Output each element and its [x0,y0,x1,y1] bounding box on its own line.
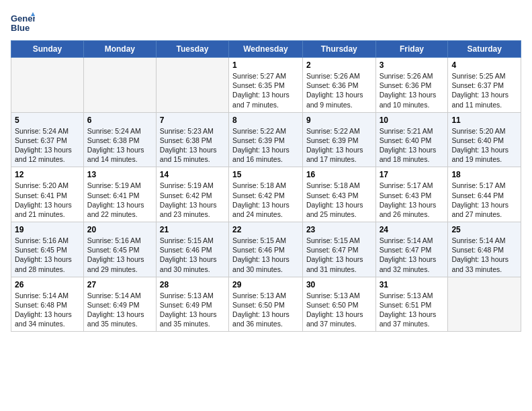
calendar-cell: 21Sunrise: 5:15 AM Sunset: 6:46 PM Dayli… [156,222,228,277]
day-info: Sunrise: 5:20 AM Sunset: 6:40 PM Dayligh… [451,126,517,165]
calendar-week-1: 1Sunrise: 5:27 AM Sunset: 6:35 PM Daylig… [11,58,521,113]
calendar-cell: 6Sunrise: 5:24 AM Sunset: 6:38 PM Daylig… [83,112,156,167]
day-number: 8 [232,116,299,125]
calendar-cell: 24Sunrise: 5:14 AM Sunset: 6:47 PM Dayli… [375,222,448,277]
calendar-week-4: 19Sunrise: 5:16 AM Sunset: 6:45 PM Dayli… [11,222,521,277]
header-friday: Friday [375,41,448,58]
day-info: Sunrise: 5:26 AM Sunset: 6:36 PM Dayligh… [306,71,372,109]
calendar-cell: 25Sunrise: 5:14 AM Sunset: 6:48 PM Dayli… [448,222,521,277]
day-number: 13 [87,170,152,179]
day-info: Sunrise: 5:24 AM Sunset: 6:38 PM Dayligh… [87,126,152,165]
day-number: 17 [380,170,445,179]
day-info: Sunrise: 5:27 AM Sunset: 6:35 PM Dayligh… [232,71,299,109]
day-info: Sunrise: 5:16 AM Sunset: 6:45 PM Dayligh… [87,236,152,274]
calendar-cell: 13Sunrise: 5:19 AM Sunset: 6:41 PM Dayli… [83,167,156,222]
calendar-cell [156,58,228,113]
calendar-cell [448,277,521,332]
header-monday: Monday [83,41,156,58]
day-info: Sunrise: 5:16 AM Sunset: 6:45 PM Dayligh… [15,236,80,274]
day-number: 16 [306,170,372,179]
day-number: 5 [15,116,80,125]
header-tuesday: Tuesday [156,41,228,58]
day-info: Sunrise: 5:26 AM Sunset: 6:36 PM Dayligh… [380,71,445,109]
day-info: Sunrise: 5:17 AM Sunset: 6:43 PM Dayligh… [380,181,445,219]
header-sunday: Sunday [11,41,84,58]
calendar-cell [83,58,156,113]
day-info: Sunrise: 5:22 AM Sunset: 6:39 PM Dayligh… [306,126,372,165]
day-number: 10 [380,116,445,125]
calendar-cell: 5Sunrise: 5:24 AM Sunset: 6:37 PM Daylig… [11,112,84,167]
header-thursday: Thursday [302,41,375,58]
day-info: Sunrise: 5:15 AM Sunset: 6:47 PM Dayligh… [306,236,372,274]
day-number: 24 [380,225,445,234]
calendar-week-3: 12Sunrise: 5:20 AM Sunset: 6:41 PM Dayli… [11,167,521,222]
day-info: Sunrise: 5:15 AM Sunset: 6:46 PM Dayligh… [232,236,299,274]
calendar-week-5: 26Sunrise: 5:14 AM Sunset: 6:48 PM Dayli… [11,277,521,332]
calendar-cell: 16Sunrise: 5:18 AM Sunset: 6:43 PM Dayli… [302,167,375,222]
day-number: 6 [87,116,152,125]
day-info: Sunrise: 5:19 AM Sunset: 6:41 PM Dayligh… [87,181,152,219]
day-info: Sunrise: 5:24 AM Sunset: 6:37 PM Dayligh… [15,126,80,165]
calendar-cell: 27Sunrise: 5:14 AM Sunset: 6:49 PM Dayli… [83,277,156,332]
calendar-cell: 19Sunrise: 5:16 AM Sunset: 6:45 PM Dayli… [11,222,84,277]
calendar-cell: 30Sunrise: 5:13 AM Sunset: 6:50 PM Dayli… [302,277,375,332]
day-number: 23 [306,225,372,234]
calendar-cell: 1Sunrise: 5:27 AM Sunset: 6:35 PM Daylig… [229,58,303,113]
day-number: 22 [232,225,299,234]
calendar-cell: 10Sunrise: 5:21 AM Sunset: 6:40 PM Dayli… [375,112,448,167]
calendar-cell: 12Sunrise: 5:20 AM Sunset: 6:41 PM Dayli… [11,167,84,222]
svg-text:General: General [11,13,35,24]
calendar-cell: 17Sunrise: 5:17 AM Sunset: 6:43 PM Dayli… [375,167,448,222]
day-info: Sunrise: 5:18 AM Sunset: 6:43 PM Dayligh… [306,181,372,219]
calendar-cell: 18Sunrise: 5:17 AM Sunset: 6:44 PM Dayli… [448,167,521,222]
day-info: Sunrise: 5:13 AM Sunset: 6:50 PM Dayligh… [232,291,299,329]
calendar-cell: 3Sunrise: 5:26 AM Sunset: 6:36 PM Daylig… [375,58,448,113]
header-wednesday: Wednesday [229,41,303,58]
day-number: 12 [15,170,80,179]
day-number: 9 [306,116,372,125]
day-info: Sunrise: 5:25 AM Sunset: 6:37 PM Dayligh… [451,71,517,109]
svg-text:Blue: Blue [11,23,30,33]
day-number: 18 [451,170,517,179]
calendar-cell: 8Sunrise: 5:22 AM Sunset: 6:39 PM Daylig… [229,112,303,167]
day-number: 21 [160,225,225,234]
calendar-cell: 26Sunrise: 5:14 AM Sunset: 6:48 PM Dayli… [11,277,84,332]
day-number: 4 [451,60,517,70]
day-number: 19 [15,225,80,234]
day-number: 26 [15,280,80,289]
day-number: 28 [160,280,225,289]
day-info: Sunrise: 5:15 AM Sunset: 6:46 PM Dayligh… [160,236,225,274]
day-number: 7 [160,116,225,125]
calendar-cell: 9Sunrise: 5:22 AM Sunset: 6:39 PM Daylig… [302,112,375,167]
logo: General Blue [11,11,38,35]
day-info: Sunrise: 5:13 AM Sunset: 6:51 PM Dayligh… [380,291,445,329]
day-info: Sunrise: 5:13 AM Sunset: 6:49 PM Dayligh… [160,291,225,329]
calendar-cell: 28Sunrise: 5:13 AM Sunset: 6:49 PM Dayli… [156,277,228,332]
day-number: 30 [306,280,372,289]
day-info: Sunrise: 5:23 AM Sunset: 6:38 PM Dayligh… [160,126,225,165]
calendar-cell: 11Sunrise: 5:20 AM Sunset: 6:40 PM Dayli… [448,112,521,167]
day-number: 1 [232,60,299,70]
day-number: 3 [380,60,445,70]
day-info: Sunrise: 5:19 AM Sunset: 6:42 PM Dayligh… [160,181,225,219]
day-info: Sunrise: 5:21 AM Sunset: 6:40 PM Dayligh… [380,126,445,165]
calendar-header-row: SundayMondayTuesdayWednesdayThursdayFrid… [11,41,521,58]
calendar-cell: 23Sunrise: 5:15 AM Sunset: 6:47 PM Dayli… [302,222,375,277]
day-info: Sunrise: 5:18 AM Sunset: 6:42 PM Dayligh… [232,181,299,219]
day-info: Sunrise: 5:14 AM Sunset: 6:48 PM Dayligh… [15,291,80,329]
logo-icon: General Blue [11,11,35,35]
day-number: 2 [306,60,372,70]
day-number: 27 [87,280,152,289]
day-info: Sunrise: 5:14 AM Sunset: 6:47 PM Dayligh… [380,236,445,274]
calendar-cell: 31Sunrise: 5:13 AM Sunset: 6:51 PM Dayli… [375,277,448,332]
calendar-cell: 29Sunrise: 5:13 AM Sunset: 6:50 PM Dayli… [229,277,303,332]
calendar-cell [11,58,84,113]
day-number: 14 [160,170,225,179]
day-info: Sunrise: 5:20 AM Sunset: 6:41 PM Dayligh… [15,181,80,219]
day-number: 20 [87,225,152,234]
day-info: Sunrise: 5:14 AM Sunset: 6:49 PM Dayligh… [87,291,152,329]
header-saturday: Saturday [448,41,521,58]
day-number: 29 [232,280,299,289]
day-info: Sunrise: 5:17 AM Sunset: 6:44 PM Dayligh… [451,181,517,219]
day-number: 31 [380,280,445,289]
